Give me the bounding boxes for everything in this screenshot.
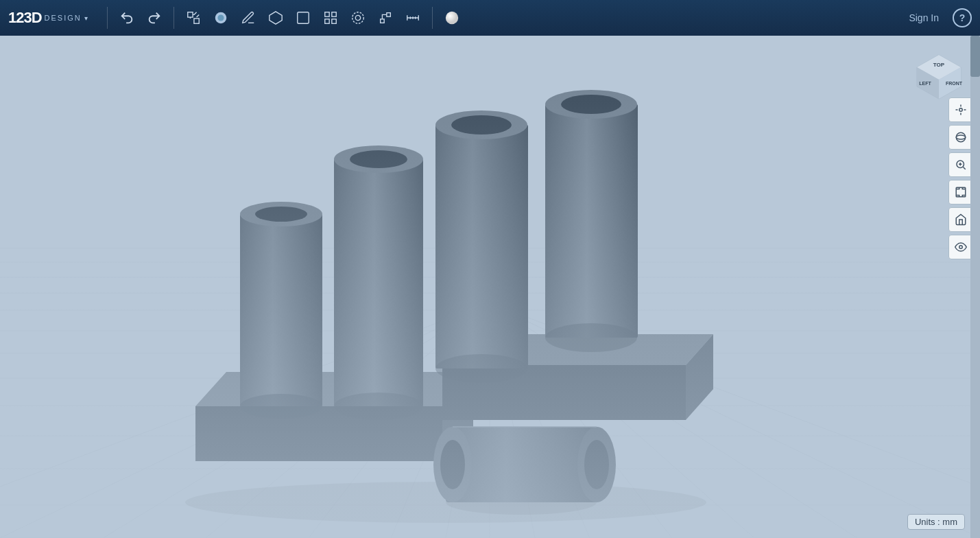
undo-button[interactable] <box>115 5 139 30</box>
svg-rect-7 <box>332 12 336 16</box>
svg-point-11 <box>352 12 364 24</box>
svg-point-58 <box>350 150 407 168</box>
scrollbar-right[interactable] <box>970 36 980 538</box>
svg-rect-52 <box>240 214 322 406</box>
svg-point-84 <box>956 132 966 142</box>
svg-point-71 <box>440 440 465 489</box>
svg-point-55 <box>240 394 322 419</box>
help-button[interactable]: ? <box>953 8 972 27</box>
svg-rect-1 <box>194 19 199 23</box>
material-button[interactable] <box>440 5 464 30</box>
view-cube[interactable]: TOP LEFT FRONT <box>911 49 966 104</box>
svg-rect-64 <box>545 104 638 338</box>
svg-text:TOP: TOP <box>933 62 945 68</box>
scene-svg <box>0 36 980 538</box>
svg-point-66 <box>561 95 621 114</box>
svg-point-3 <box>217 14 224 21</box>
svg-point-59 <box>334 393 423 420</box>
svg-rect-5 <box>298 12 309 24</box>
svg-rect-8 <box>325 19 329 23</box>
construct-tool-button[interactable] <box>263 5 288 30</box>
group-tool-button[interactable] <box>346 5 370 30</box>
svg-marker-4 <box>270 12 282 24</box>
toolbar-divider-1 <box>107 7 108 29</box>
svg-point-88 <box>959 246 963 249</box>
units-badge[interactable]: Units : mm <box>907 514 965 530</box>
zoom-button[interactable] <box>948 152 973 177</box>
canvas-area[interactable]: TOP LEFT FRONT <box>0 36 980 538</box>
toolbar: 123D DESIGN ▾ <box>0 0 980 36</box>
right-panel <box>948 97 973 259</box>
logo-text: 123D <box>8 9 42 27</box>
svg-point-67 <box>545 323 637 352</box>
pan-button[interactable] <box>948 97 973 122</box>
transform-tool-button[interactable] <box>181 5 206 30</box>
toolbar-right: Sign In ? <box>903 8 972 27</box>
svg-point-62 <box>451 115 512 134</box>
svg-point-10 <box>355 15 360 20</box>
svg-text:FRONT: FRONT <box>946 81 963 86</box>
toolbar-divider-3 <box>432 7 433 29</box>
logo-dropdown-icon[interactable]: ▾ <box>84 14 88 22</box>
toolbar-divider-2 <box>174 7 174 29</box>
modify-tool-button[interactable] <box>291 5 315 30</box>
logo-area[interactable]: 123D DESIGN ▾ <box>8 9 88 27</box>
scrollbar-thumb[interactable] <box>970 36 980 77</box>
svg-text:LEFT: LEFT <box>919 81 931 86</box>
zoom-fit-button[interactable] <box>948 180 973 204</box>
pattern-tool-button[interactable] <box>318 5 343 30</box>
svg-point-85 <box>956 135 966 139</box>
svg-rect-13 <box>387 13 391 17</box>
svg-rect-56 <box>334 159 423 406</box>
redo-button[interactable] <box>142 5 167 30</box>
logo-subtitle: DESIGN <box>45 14 82 22</box>
svg-rect-0 <box>188 12 193 17</box>
measure-tool-button[interactable] <box>401 5 425 30</box>
svg-point-73 <box>584 440 609 489</box>
view-options-button[interactable] <box>948 235 973 259</box>
orbit-button[interactable] <box>948 125 973 150</box>
sign-in-button[interactable]: Sign In <box>903 10 944 26</box>
home-view-button[interactable] <box>948 207 973 232</box>
svg-rect-9 <box>332 19 336 23</box>
snap-tool-button[interactable] <box>373 5 398 30</box>
svg-point-83 <box>959 108 963 112</box>
svg-rect-12 <box>380 19 384 23</box>
svg-point-63 <box>435 354 527 383</box>
svg-rect-6 <box>325 12 329 16</box>
svg-rect-60 <box>435 125 528 369</box>
svg-point-54 <box>255 207 307 222</box>
sketch-tool-button[interactable] <box>236 5 261 30</box>
svg-point-14 <box>446 12 458 24</box>
primitives-tool-button[interactable] <box>208 5 233 30</box>
